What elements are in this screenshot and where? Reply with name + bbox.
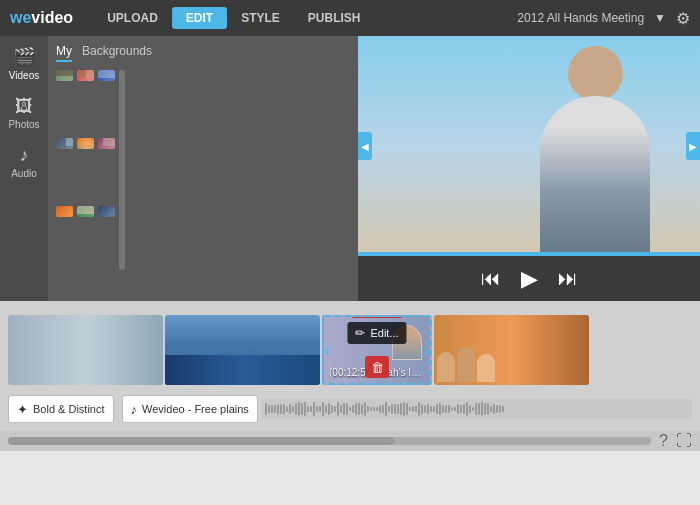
media-thumb-4[interactable]	[56, 138, 73, 149]
scrollbar-thumb	[8, 437, 394, 445]
media-thumb-6[interactable]	[98, 138, 115, 149]
media-scrollbar[interactable]	[119, 70, 125, 270]
pencil-icon: ✏	[355, 326, 365, 340]
main-area: 🎬 Videos 🖼 Photos ♪ Audio My Backgrounds	[0, 36, 700, 301]
timeline-clip-selected[interactable]: 00:19:18 ✏ Edit... (00:12:5) Sarah's Int…	[322, 315, 432, 385]
timeline-area: 00:19:18 ✏ Edit... (00:12:5) Sarah's Int…	[0, 301, 700, 431]
edit-nav-btn[interactable]: EDIT	[172, 7, 227, 29]
timeline-clip-people[interactable]	[434, 315, 589, 385]
timeline-clip-city[interactable]	[165, 315, 320, 385]
photo-icon: 🖼	[15, 96, 33, 117]
logo: wevideo	[10, 9, 73, 27]
preview-panel: ◀ ▶ ⏮ ▶ ⏭	[358, 36, 700, 301]
media-panel: My Backgrounds 🌅	[48, 36, 358, 301]
gear-icon[interactable]: ⚙	[676, 9, 690, 28]
sidebar-photos-label: Photos	[8, 119, 39, 130]
music-icon: ♪	[131, 402, 138, 417]
top-nav: wevideo UPLOAD EDIT STYLE PUBLISH 2012 A…	[0, 0, 700, 36]
fullscreen-icon[interactable]: ⛶	[676, 432, 692, 450]
bold-distinct-label: Bold & Distinct	[33, 403, 105, 415]
preview-controls: ⏮ ▶ ⏭	[358, 256, 700, 301]
edit-label: Edit...	[370, 327, 398, 339]
media-grid: 🌅	[56, 70, 115, 270]
chevron-down-icon[interactable]: ▼	[654, 11, 666, 25]
logo-we: we	[10, 9, 31, 26]
forward-button[interactable]: ⏭	[558, 267, 578, 290]
media-thumb-7[interactable]	[56, 206, 73, 217]
style-nav-btn[interactable]: STYLE	[227, 7, 294, 29]
play-button[interactable]: ▶	[521, 266, 538, 292]
sidebar-item-photos[interactable]: 🖼 Photos	[0, 91, 48, 135]
media-thumb-1[interactable]	[56, 70, 73, 81]
media-thumb-9[interactable]	[98, 206, 115, 217]
upload-nav-btn[interactable]: UPLOAD	[93, 7, 172, 29]
audio-waveform: // Generate waveform bars inline const b…	[262, 399, 692, 419]
media-thumb-2[interactable]	[77, 70, 94, 81]
preview-handle-right[interactable]: ▶	[686, 132, 700, 160]
sidebar-videos-label: Videos	[9, 70, 39, 81]
clip-arrow-left[interactable]: ‹	[324, 340, 330, 361]
wevideo-music-btn[interactable]: ♪ Wevideo - Free plains	[122, 395, 258, 423]
edit-popup: ✏ Edit...	[347, 322, 406, 344]
bold-distinct-btn[interactable]: ✦ Bold & Distinct	[8, 395, 114, 423]
bottom-scrollbar[interactable]	[8, 437, 651, 445]
audio-icon: ♪	[20, 145, 29, 166]
logo-video: video	[31, 9, 73, 26]
bottom-icons: ? ⛶	[659, 432, 692, 450]
publish-nav-btn[interactable]: PUBLISH	[294, 7, 375, 29]
sparkle-icon: ✦	[17, 402, 28, 417]
rewind-button[interactable]: ⏮	[481, 267, 501, 290]
media-thumb-8[interactable]	[77, 206, 94, 217]
left-sidebar: 🎬 Videos 🖼 Photos ♪ Audio	[0, 36, 48, 301]
media-thumb-5[interactable]: 🌅	[77, 138, 94, 149]
music-label: Wevideo - Free plains	[142, 403, 249, 415]
audio-tracks: ✦ Bold & Distinct ♪ Wevideo - Free plain…	[0, 391, 700, 427]
preview-video: ◀ ▶	[358, 36, 700, 256]
delete-button[interactable]: 🗑	[365, 356, 389, 378]
video-icon: 🎬	[13, 46, 35, 68]
tab-my[interactable]: My	[56, 44, 72, 62]
media-tabs: My Backgrounds	[56, 44, 350, 62]
time-badge: 00:19:18	[352, 315, 403, 318]
project-name: 2012 All Hands Meeting	[517, 11, 644, 25]
nav-right: 2012 All Hands Meeting ▼ ⚙	[517, 9, 690, 28]
help-icon[interactable]: ?	[659, 432, 668, 450]
sidebar-item-videos[interactable]: 🎬 Videos	[0, 41, 48, 86]
media-thumb-3[interactable]	[98, 70, 115, 81]
timeline-scrollable: 00:19:18 ✏ Edit... (00:12:5) Sarah's Int…	[0, 301, 700, 391]
preview-handle-left[interactable]: ◀	[358, 132, 372, 160]
clip-arrow-right[interactable]: ›	[424, 340, 430, 361]
bottom-bar: ? ⛶	[0, 431, 700, 451]
sidebar-audio-label: Audio	[11, 168, 37, 179]
sidebar-item-audio[interactable]: ♪ Audio	[0, 140, 48, 184]
tab-backgrounds[interactable]: Backgrounds	[82, 44, 152, 62]
waveform-bars: // Generate waveform bars inline const b…	[262, 399, 692, 419]
timeline-clip-railroad[interactable]	[8, 315, 163, 385]
